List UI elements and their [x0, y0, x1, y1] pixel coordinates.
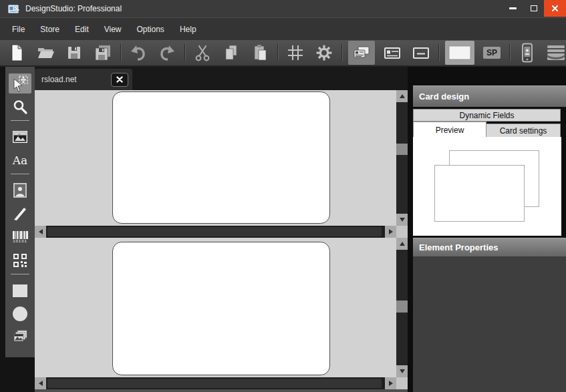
- save-icon: [66, 45, 82, 61]
- magnifier-icon: [12, 99, 28, 115]
- scroll-left-button[interactable]: [35, 377, 46, 389]
- image-stack-tool[interactable]: [9, 327, 31, 347]
- scroll-right-button[interactable]: [385, 377, 396, 389]
- barcode-bars: [13, 231, 28, 239]
- preview-tab-label: Preview: [436, 126, 464, 135]
- sp-badge: SP: [483, 47, 501, 59]
- card-back-view-button[interactable]: [410, 41, 432, 64]
- toolbar-separator: [438, 44, 440, 61]
- line-tool[interactable]: [9, 204, 31, 224]
- card-settings-tab-label: Card settings: [500, 126, 547, 136]
- undo-button[interactable]: [127, 41, 150, 64]
- dynamic-fields-button[interactable]: Dynamic Fields: [413, 109, 561, 122]
- card-holder-button[interactable]: [545, 41, 566, 64]
- text-tool[interactable]: Aa: [9, 150, 31, 170]
- tab-close-button[interactable]: [111, 73, 128, 87]
- scroll-down-button[interactable]: [396, 214, 408, 226]
- redo-button[interactable]: [156, 41, 178, 64]
- canvas1-horizontal-scrollbar[interactable]: [35, 226, 408, 238]
- cut-button[interactable]: [191, 41, 214, 64]
- menu-edit[interactable]: Edit: [68, 21, 96, 38]
- element-properties-title: Element Properties: [419, 242, 499, 252]
- card-front-view-button[interactable]: [381, 41, 404, 64]
- zoom-tool[interactable]: [9, 97, 31, 117]
- toolbar-separator: [277, 44, 279, 61]
- window-title: DesignStudio: Professional: [25, 4, 122, 13]
- menu-options[interactable]: Options: [130, 21, 171, 38]
- scroll-down-button[interactable]: [396, 365, 408, 377]
- element-properties-header: Element Properties: [413, 238, 566, 256]
- canvas-card-front[interactable]: [35, 90, 396, 226]
- scroll-thumb[interactable]: [47, 379, 382, 388]
- image-icon: [12, 130, 28, 144]
- settings-gear-icon: [315, 44, 333, 61]
- card-front-design-surface[interactable]: [112, 91, 330, 224]
- image-tool[interactable]: [9, 127, 31, 147]
- menu-view[interactable]: View: [98, 21, 128, 38]
- barcode-digits: 10101: [13, 239, 27, 244]
- scroll-thumb[interactable]: [396, 144, 408, 155]
- menu-help[interactable]: Help: [173, 21, 203, 38]
- copy-icon: [223, 44, 239, 61]
- select-tool[interactable]: [9, 73, 31, 93]
- paste-button[interactable]: [249, 41, 271, 64]
- copy-button[interactable]: [220, 41, 243, 64]
- blank-card-button[interactable]: [445, 41, 474, 65]
- title-bar: DesignStudio: Professional: [0, 0, 566, 17]
- card-back-icon: [412, 45, 430, 61]
- scroll-thumb[interactable]: [396, 301, 408, 313]
- line-icon: [12, 206, 28, 222]
- grid-button[interactable]: [284, 41, 307, 64]
- card-preview-area: [413, 137, 561, 236]
- scroll-up-button[interactable]: [396, 90, 408, 102]
- card-both-sides-icon: [353, 45, 370, 61]
- canvas2-horizontal-scrollbar[interactable]: [35, 377, 408, 389]
- qrcode-tool[interactable]: [9, 250, 31, 270]
- main-toolbar: SP: [0, 40, 566, 67]
- document-tab-label: rsload.net: [41, 75, 111, 84]
- settings-button[interactable]: [313, 41, 335, 64]
- scroll-track[interactable]: [46, 377, 385, 389]
- preview-card-front[interactable]: [434, 165, 525, 222]
- scroll-track[interactable]: [396, 250, 408, 365]
- rectangle-tool[interactable]: [9, 280, 31, 301]
- rectangle-icon: [13, 284, 27, 297]
- maximize-button[interactable]: [523, 0, 544, 17]
- canvas-card-back[interactable]: [35, 238, 396, 377]
- menu-file[interactable]: File: [5, 21, 31, 38]
- scroll-thumb[interactable]: [47, 227, 382, 236]
- sp-button[interactable]: SP: [480, 41, 503, 64]
- card-both-sides-button[interactable]: [348, 41, 375, 65]
- save-all-button[interactable]: [92, 41, 114, 64]
- tab-card-settings[interactable]: Card settings: [486, 124, 561, 138]
- menu-bar: File Store Edit View Options Help: [0, 17, 566, 40]
- portrait-tool[interactable]: [9, 180, 31, 200]
- smartphone-button[interactable]: [516, 41, 539, 64]
- card-back-design-surface[interactable]: [112, 242, 330, 375]
- paste-clipboard-icon: [252, 44, 268, 61]
- scroll-right-button[interactable]: [385, 226, 396, 238]
- tool-sidebar: Aa 10101: [0, 67, 35, 392]
- barcode-icon: 10101: [13, 231, 28, 244]
- save-button[interactable]: [63, 41, 86, 64]
- barcode-tool[interactable]: 10101: [9, 227, 31, 247]
- close-button[interactable]: [544, 0, 566, 17]
- minimize-button[interactable]: [503, 0, 523, 17]
- tab-preview[interactable]: Preview: [413, 122, 486, 138]
- canvas1-vertical-scrollbar[interactable]: [396, 90, 408, 226]
- canvas2-vertical-scrollbar[interactable]: [396, 238, 408, 377]
- menu-store[interactable]: Store: [33, 21, 66, 38]
- designstudio-window: { "titlebar": { "title": "DesignStudio: …: [0, 0, 566, 392]
- toolbar-separator: [120, 44, 122, 61]
- scroll-track[interactable]: [46, 226, 385, 238]
- ellipse-tool[interactable]: [9, 304, 31, 324]
- scroll-up-button[interactable]: [396, 238, 408, 250]
- scroll-left-button[interactable]: [35, 226, 46, 238]
- open-file-button[interactable]: [34, 41, 57, 64]
- scrollbar-corner: [396, 377, 408, 389]
- document-tab[interactable]: rsload.net: [35, 69, 132, 90]
- new-document-button[interactable]: [5, 41, 28, 64]
- card-holder-icon: [545, 43, 566, 62]
- tool-sidebar-column: Aa 10101: [5, 67, 35, 357]
- scroll-track[interactable]: [396, 102, 408, 214]
